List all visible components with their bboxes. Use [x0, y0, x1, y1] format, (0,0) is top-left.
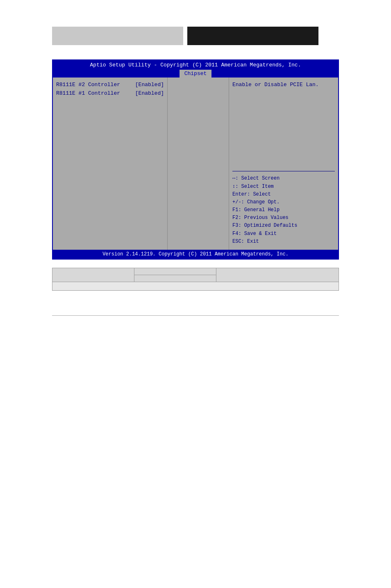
bios-item-label-r8111e1: R8111E #1 Controller [56, 90, 120, 96]
shortcut-f4: F4: Save & Exit [232, 230, 335, 238]
shortcut-f3: F3: Optimized Defaults [232, 222, 335, 230]
bios-active-tab[interactable]: Chipset [180, 70, 212, 77]
table-row-1 [52, 268, 339, 275]
bios-item-r8111e2[interactable]: R8111E #2 Controller [Enabled] [56, 82, 164, 88]
bios-help-panel: Enable or Disable PCIE Lan. ↔: Select Sc… [229, 77, 338, 250]
bios-item-r8111e1[interactable]: R8111E #1 Controller [Enabled] [56, 90, 164, 96]
bios-shortcuts: ↔: Select Screen ↕: Select Item Enter: S… [232, 175, 335, 246]
shortcut-esc: ESC: Exit [232, 238, 335, 246]
shortcut-change-opt: +/-: Change Opt. [232, 198, 335, 206]
bios-settings-panel: R8111E #2 Controller [Enabled] R8111E #1… [53, 77, 168, 250]
bios-tab-bar: Chipset [53, 70, 338, 77]
bios-divider [232, 171, 335, 171]
table-cell-1-2 [134, 268, 216, 275]
bios-screen: Aptio Setup Utility - Copyright (C) 2011… [52, 59, 339, 260]
shortcut-select-screen: ↔: Select Screen [232, 175, 335, 182]
info-table [52, 268, 339, 291]
table-cell-full [52, 282, 339, 291]
shortcut-select-item: ↕: Select Item [232, 183, 335, 191]
header-right-block [187, 27, 318, 45]
table-cell-2-2 [134, 275, 216, 282]
table-row-full [52, 282, 339, 291]
bios-item-label-r8111e2: R8111E #2 Controller [56, 82, 120, 88]
bios-middle-panel [168, 77, 229, 250]
table-cell-1-3 [216, 268, 339, 282]
bios-body: R8111E #2 Controller [Enabled] R8111E #1… [53, 77, 338, 250]
top-header [52, 25, 339, 47]
shortcut-f1: F1: General Help [232, 206, 335, 214]
bios-item-value-r8111e1: [Enabled] [135, 90, 164, 96]
shortcut-enter: Enter: Select [232, 191, 335, 198]
table-cell-1-1 [52, 268, 134, 282]
bios-footer: Version 2.14.1219. Copyright (C) 2011 Am… [53, 250, 338, 259]
bios-title: Aptio Setup Utility - Copyright (C) 2011… [53, 60, 338, 70]
header-left-block [52, 27, 183, 45]
bios-item-value-r8111e2: [Enabled] [135, 82, 164, 88]
shortcut-f2: F2: Previous Values [232, 214, 335, 222]
bios-help-description: Enable or Disable PCIE Lan. [232, 82, 335, 88]
bottom-separator [52, 315, 339, 316]
